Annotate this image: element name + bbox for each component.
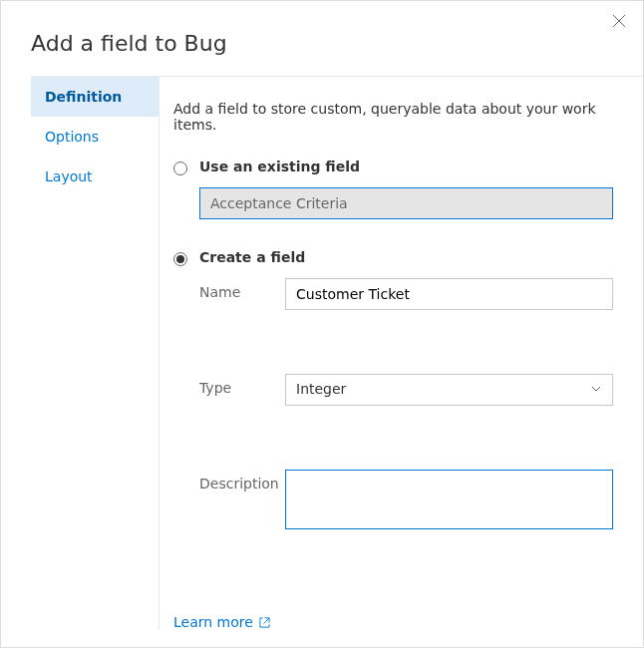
- type-row: Type Integer: [173, 374, 613, 406]
- tab-label: Options: [45, 129, 99, 145]
- dialog-title: Add a field to Bug: [1, 1, 643, 76]
- type-select[interactable]: Integer: [285, 374, 613, 406]
- description-label: Description: [173, 470, 285, 532]
- use-existing-radio[interactable]: [173, 162, 187, 175]
- name-input[interactable]: [285, 278, 613, 310]
- description-input[interactable]: [285, 470, 613, 529]
- tab-label: Layout: [45, 168, 93, 184]
- tab-options[interactable]: Options: [31, 117, 159, 157]
- add-field-dialog: Add a field to Bug Definition Options La…: [1, 1, 643, 647]
- type-value: Integer: [285, 374, 613, 406]
- name-row: Name: [173, 278, 613, 310]
- name-label: Name: [173, 278, 285, 310]
- create-field-label: Create a field: [199, 249, 305, 265]
- content-wrap: Definition Options Layout Add a field to…: [1, 76, 643, 630]
- tab-list: Definition Options Layout: [31, 76, 160, 630]
- create-field-option: Create a field: [173, 249, 613, 266]
- existing-field-select[interactable]: [199, 187, 613, 219]
- definition-panel: Add a field to store custom, queryable d…: [160, 76, 643, 630]
- tab-layout[interactable]: Layout: [31, 157, 159, 196]
- dialog-footer: Add field Cancel: [1, 630, 643, 648]
- close-icon: [612, 14, 626, 28]
- intro-text: Add a field to store custom, queryable d…: [173, 101, 613, 133]
- close-button[interactable]: [611, 13, 627, 29]
- use-existing-label: Use an existing field: [199, 159, 360, 174]
- learn-more-link[interactable]: Learn more: [173, 614, 270, 630]
- type-label: Type: [173, 374, 285, 406]
- existing-field-input[interactable]: [199, 187, 613, 219]
- existing-field-option: Use an existing field: [173, 159, 613, 175]
- description-row: Description: [173, 470, 613, 532]
- learn-more-label: Learn more: [173, 614, 253, 630]
- create-field-radio[interactable]: [173, 252, 187, 266]
- tab-label: Definition: [45, 89, 122, 105]
- external-link-icon: [259, 617, 270, 628]
- tab-definition[interactable]: Definition: [31, 77, 159, 117]
